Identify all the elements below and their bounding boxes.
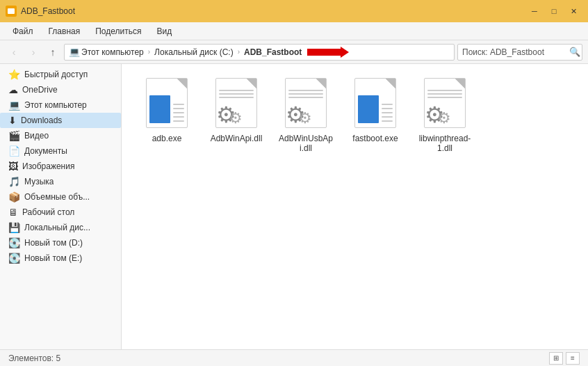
sidebar-item-video[interactable]: 🎬Видео [0,128,121,143]
sidebar-label-3d-objects: Объемные объ... [24,192,90,202]
file-content: adb.exe⚙⚙AdbWinApi.dll⚙⚙AdbWinUsbApi.dll… [122,64,588,349]
item-count: Элементов: 5 [8,353,60,363]
sidebar-item-this-pc[interactable]: 💻Этот компьютер [0,97,121,113]
sidebar-item-desktop[interactable]: 🖥Рабочий стол [0,205,121,220]
sidebar-label-music: Музыка [24,177,54,186]
file-item-adb-exe[interactable]: adb.exe [136,71,198,157]
sidebar-item-onedrive[interactable]: ☁OneDrive [0,82,121,97]
sidebar-label-onedrive: OneDrive [22,85,58,95]
sidebar-label-downloads: Downloads [21,116,62,125]
app-icon [6,6,17,17]
file-icon-libwinpthread-dll: ⚙⚙ [420,75,470,131]
status-bar: Элементов: 5 ⊞ ≡ [0,349,588,366]
sidebar-icon-downloads: ⬇ [8,115,17,126]
file-name-libwinpthread-dll: libwinpthread-1.dll [416,134,473,153]
file-name-fastboot-exe: fastboot.exe [352,134,398,143]
breadcrumb-pc: 💻 Этот компьютер [69,47,144,57]
file-icon-adb-exe [142,75,192,131]
sidebar-label-video: Видео [24,131,49,141]
file-item-fastboot-exe[interactable]: fastboot.exe [344,71,407,157]
sidebar-icon-desktop: 🖥 [8,207,18,218]
view-buttons: ⊞ ≡ [549,352,580,365]
sidebar-icon-disk-e: 💽 [8,253,20,264]
sidebar-icon-music: 🎵 [8,176,20,187]
red-arrow-annotation [307,47,349,58]
menu-item-файл[interactable]: Файл [6,24,40,38]
sidebar-item-quick-access[interactable]: ⭐Быстрый доступ [0,67,121,82]
sidebar-item-downloads[interactable]: ⬇Downloads [0,113,121,128]
window-title: ADB_Fastboot [21,6,521,16]
sidebar-item-3d-objects[interactable]: 📦Объемные объ... [0,189,121,205]
sidebar-label-documents: Документы [24,146,67,156]
sidebar-label-disk-e: Новый том (E:) [24,253,82,263]
back-button[interactable]: ‹ [6,44,22,61]
search-input[interactable] [462,47,566,57]
file-icon-adbwinapi-dll: ⚙⚙ [211,75,261,131]
main-area: ⭐Быстрый доступ☁OneDrive💻Этот компьютер⬇… [0,64,588,349]
file-item-adbwinusbapi-dll[interactable]: ⚙⚙AdbWinUsbApi.dll [275,71,337,157]
sidebar-label-desktop: Рабочий стол [22,207,74,217]
sidebar-label-images: Изображения [22,161,74,171]
file-item-libwinpthread-dll[interactable]: ⚙⚙libwinpthread-1.dll [414,71,476,157]
breadcrumb-sep-2: › [238,48,240,56]
search-icon: 🔍 [569,47,580,57]
close-button[interactable]: ✕ [564,4,582,18]
file-name-adbwinapi-dll: AdbWinApi.dll [211,134,263,143]
forward-button[interactable]: › [25,44,42,61]
sidebar-icon-video: 🎬 [8,130,20,141]
maximize-button[interactable]: □ [545,4,563,18]
sidebar-label-local-disk-c: Локальный дис... [24,223,90,232]
window-controls: ─ □ ✕ [525,4,582,18]
up-button[interactable]: ↑ [44,44,61,61]
sidebar-item-local-disk-c[interactable]: 💾Локальный дис... [0,220,121,235]
sidebar-icon-quick-access: ⭐ [8,69,20,80]
sidebar-icon-onedrive: ☁ [8,84,18,95]
sidebar-icon-this-pc: 💻 [8,100,20,111]
breadcrumb-sep-1: › [148,48,150,56]
file-name-adbwinusbapi-dll: AdbWinUsbApi.dll [277,134,334,153]
sidebar-icon-disk-d: 💽 [8,237,20,248]
address-bar[interactable]: 💻 Этот компьютер › Локальный диск (C:) ›… [64,44,455,61]
sidebar: ⭐Быстрый доступ☁OneDrive💻Этот компьютер⬇… [0,64,122,349]
minimize-button[interactable]: ─ [525,4,544,18]
sidebar-label-this-pc: Этот компьютер [24,100,87,110]
breadcrumb-disk: Локальный диск (C:) [154,47,234,57]
search-box[interactable]: 🔍 [457,44,582,61]
sidebar-item-music[interactable]: 🎵Музыка [0,174,121,189]
menu-bar: ФайлГлавнаяПоделитьсяВид [0,22,588,40]
menu-item-вид[interactable]: Вид [149,24,179,38]
toolbar: ‹ › ↑ 💻 Этот компьютер › Локальный диск … [0,40,588,64]
file-icon-fastboot-exe [350,75,400,131]
sidebar-item-disk-d[interactable]: 💽Новый том (D:) [0,235,121,250]
file-item-adbwinapi-dll[interactable]: ⚙⚙AdbWinApi.dll [205,71,268,157]
sidebar-label-disk-d: Новый том (D:) [24,238,83,248]
menu-item-главная[interactable]: Главная [42,24,88,38]
file-icon-adbwinusbapi-dll: ⚙⚙ [281,75,331,131]
sidebar-item-documents[interactable]: 📄Документы [0,143,121,159]
sidebar-icon-images: 🖼 [8,161,18,172]
menu-item-поделиться[interactable]: Поделиться [88,24,148,38]
sidebar-label-quick-access: Быстрый доступ [24,70,88,79]
sidebar-item-disk-e[interactable]: 💽Новый том (E:) [0,250,121,266]
sidebar-icon-local-disk-c: 💾 [8,222,20,233]
file-name-adb-exe: adb.exe [152,134,182,143]
view-details[interactable]: ≡ [566,352,580,365]
view-large-icons[interactable]: ⊞ [549,352,563,365]
title-bar: ADB_Fastboot ─ □ ✕ [0,0,588,22]
breadcrumb-folder: ADB_Fastboot [244,47,302,57]
sidebar-item-images[interactable]: 🖼Изображения [0,159,121,174]
sidebar-icon-3d-objects: 📦 [8,191,20,202]
sidebar-icon-documents: 📄 [8,145,20,157]
